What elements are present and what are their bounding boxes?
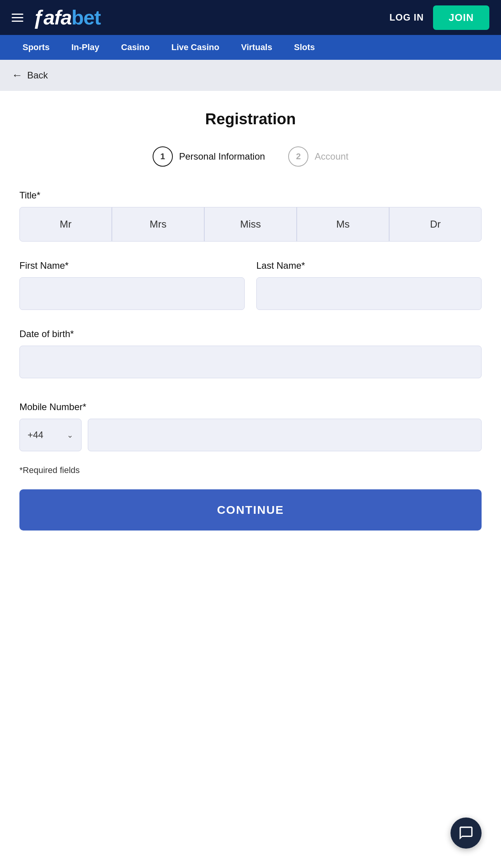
chevron-down-icon: ⌄	[67, 430, 73, 440]
header-left: ƒafabet	[12, 6, 101, 29]
dob-field-group: Date of birth*	[19, 329, 482, 378]
title-ms[interactable]: Ms	[297, 207, 389, 242]
header-right: LOG IN JOIN	[390, 5, 489, 30]
title-buttons-group: Mr Mrs Miss Ms Dr	[19, 207, 482, 242]
first-name-field: First Name*	[19, 260, 245, 310]
back-label: Back	[27, 70, 48, 81]
first-name-input[interactable]	[19, 277, 245, 310]
title-field-group: Title* Mr Mrs Miss Ms Dr	[19, 190, 482, 242]
mobile-label: Mobile Number*	[19, 402, 482, 412]
title-field-label: Title*	[19, 190, 482, 201]
step-1-label: Personal Information	[179, 151, 265, 162]
last-name-field: Last Name*	[256, 260, 482, 310]
registration-form: Title* Mr Mrs Miss Ms Dr First Name* Las…	[19, 190, 482, 531]
mobile-number-input[interactable]	[88, 419, 482, 451]
country-code-selector[interactable]: +44 ⌄	[19, 419, 82, 451]
main-content: Registration 1 Personal Information 2 Ac…	[0, 91, 501, 868]
page-title: Registration	[19, 110, 482, 128]
title-miss[interactable]: Miss	[204, 207, 297, 242]
last-name-label: Last Name*	[256, 260, 482, 271]
last-name-input[interactable]	[256, 277, 482, 310]
nav-item-slots[interactable]: Slots	[283, 35, 326, 60]
step-2-label: Account	[315, 151, 348, 162]
dob-label: Date of birth*	[19, 329, 482, 339]
mobile-row: +44 ⌄	[19, 419, 482, 451]
chat-icon	[458, 825, 474, 841]
step-2: 2 Account	[288, 146, 348, 167]
title-mrs[interactable]: Mrs	[112, 207, 204, 242]
dob-input[interactable]	[19, 346, 482, 378]
hamburger-menu[interactable]	[12, 14, 23, 22]
login-button[interactable]: LOG IN	[390, 12, 424, 23]
logo: ƒafabet	[33, 6, 101, 29]
name-row: First Name* Last Name*	[19, 260, 482, 310]
nav-item-live-casino[interactable]: Live Casino	[160, 35, 230, 60]
continue-button[interactable]: CONTINUE	[19, 489, 482, 531]
registration-steps: 1 Personal Information 2 Account	[19, 146, 482, 167]
join-button[interactable]: JOIN	[433, 5, 489, 30]
nav-item-sports[interactable]: Sports	[12, 35, 61, 60]
header: ƒafabet LOG IN JOIN	[0, 0, 501, 35]
back-bar[interactable]: ← Back	[0, 60, 501, 91]
mobile-field-group: Mobile Number* +44 ⌄	[19, 402, 482, 451]
first-name-label: First Name*	[19, 260, 245, 271]
title-mr[interactable]: Mr	[19, 207, 112, 242]
nav-item-virtuals[interactable]: Virtuals	[230, 35, 283, 60]
required-note: *Required fields	[19, 465, 482, 475]
chat-button[interactable]	[451, 818, 482, 849]
nav-item-inplay[interactable]: In-Play	[61, 35, 110, 60]
nav-item-casino[interactable]: Casino	[110, 35, 160, 60]
nav-bar: Sports In-Play Casino Live Casino Virtua…	[0, 35, 501, 60]
title-dr[interactable]: Dr	[389, 207, 482, 242]
back-arrow-icon: ←	[12, 69, 23, 82]
country-code-value: +44	[28, 430, 43, 440]
step-1: 1 Personal Information	[153, 146, 265, 167]
step-1-circle: 1	[153, 146, 173, 167]
step-2-circle: 2	[288, 146, 308, 167]
